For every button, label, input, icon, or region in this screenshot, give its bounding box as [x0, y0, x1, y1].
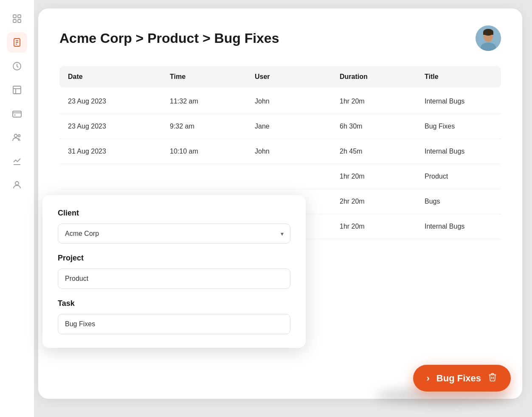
svg-rect-3 [18, 20, 21, 22]
filter-panel: Client Acme Corp Other Client ▾ Project … [42, 195, 306, 348]
cell-duration: 1hr 20m [340, 98, 425, 105]
table-row[interactable]: 31 Aug 2023 10:10 am John 2h 45m Interna… [59, 139, 501, 164]
cell-time: 9:32 am [170, 123, 255, 130]
sidebar-item-analytics[interactable] [7, 151, 27, 171]
table-header: Date Time User Duration Title [59, 66, 501, 87]
project-input[interactable] [58, 269, 290, 289]
svg-point-15 [18, 135, 20, 137]
table-row[interactable]: 23 Aug 2023 9:32 am Jane 6h 30m Bug Fixe… [59, 114, 501, 139]
svg-rect-2 [13, 20, 16, 22]
svg-point-13 [14, 115, 16, 116]
breadcrumb: Acme Corp > Product > Bug Fixes [59, 31, 279, 46]
project-label: Project [58, 254, 290, 263]
column-time: Time [170, 73, 255, 81]
task-label: Task [58, 299, 290, 308]
table-row[interactable]: 1hr 20m Product [59, 164, 501, 189]
cell-duration: 1hr 20m [340, 223, 425, 230]
cell-duration: 2h 45m [340, 148, 425, 155]
play-icon: › [427, 373, 430, 384]
client-label: Client [58, 209, 290, 218]
svg-rect-1 [18, 15, 21, 18]
column-title: Title [425, 73, 493, 81]
cell-date: 23 Aug 2023 [68, 98, 170, 105]
bottom-tag[interactable]: › Bug Fixes [413, 365, 511, 392]
cell-title: Bugs [425, 198, 493, 205]
task-input[interactable] [58, 314, 290, 334]
cell-title: Product [425, 173, 493, 180]
cell-user: John [255, 148, 340, 155]
client-dropdown[interactable]: Acme Corp Other Client [58, 224, 290, 243]
cell-title: Internal Bugs [425, 223, 493, 230]
cell-duration: 1hr 20m [340, 173, 425, 180]
client-dropdown-wrapper: Acme Corp Other Client ▾ [58, 224, 290, 243]
bottom-tag-label: Bug Fixes [436, 373, 481, 384]
sidebar [0, 0, 34, 417]
svg-point-17 [15, 182, 19, 185]
cell-duration: 6h 30m [340, 123, 425, 130]
cell-title: Bug Fixes [425, 123, 493, 130]
header: Acme Corp > Product > Bug Fixes [59, 25, 501, 51]
table-row[interactable]: 23 Aug 2023 11:32 am John 1hr 20m Intern… [59, 89, 501, 114]
sidebar-item-profile[interactable] [7, 175, 27, 195]
sidebar-item-time[interactable] [7, 56, 27, 76]
cell-date: 31 Aug 2023 [68, 148, 170, 155]
sidebar-item-reports[interactable] [7, 80, 27, 100]
delete-icon[interactable] [488, 372, 497, 384]
column-duration: Duration [340, 73, 425, 81]
cell-user: John [255, 98, 340, 105]
svg-rect-21 [483, 32, 493, 35]
cell-title: Internal Bugs [425, 148, 493, 155]
cell-title: Internal Bugs [425, 98, 493, 105]
cell-time: 10:10 am [170, 148, 255, 155]
svg-rect-0 [13, 15, 16, 18]
cell-date: 23 Aug 2023 [68, 123, 170, 130]
svg-rect-12 [13, 111, 21, 117]
cell-date [68, 173, 170, 180]
cell-time [170, 173, 255, 180]
column-user: User [255, 73, 340, 81]
column-date: Date [68, 73, 170, 81]
cell-user: Jane [255, 123, 340, 130]
svg-rect-9 [13, 86, 21, 94]
cell-duration: 2hr 20m [340, 198, 425, 205]
sidebar-item-dashboard[interactable] [7, 8, 27, 29]
cell-user [255, 173, 340, 180]
sidebar-item-tasks[interactable] [7, 32, 27, 53]
sidebar-item-billing[interactable] [7, 104, 27, 124]
avatar[interactable] [476, 25, 501, 51]
cell-time: 11:32 am [170, 98, 255, 105]
svg-point-14 [14, 134, 17, 137]
sidebar-item-users[interactable] [7, 127, 27, 148]
